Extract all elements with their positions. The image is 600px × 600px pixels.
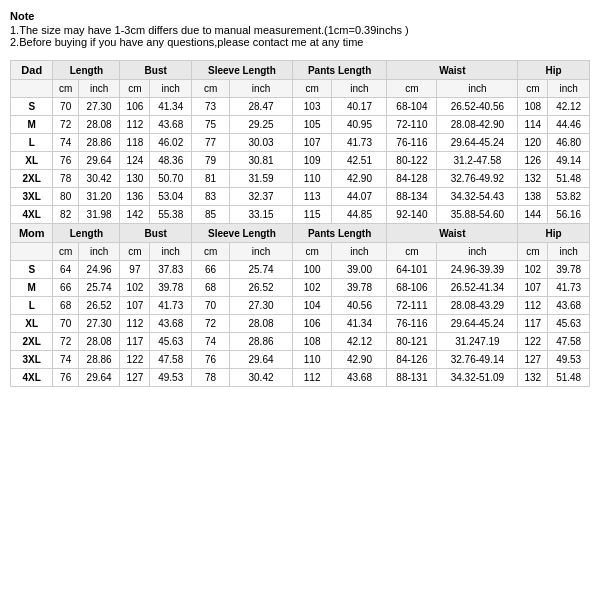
size-cell: 2XL	[11, 333, 53, 351]
size-cell: 2XL	[11, 170, 53, 188]
sub-cm-6: cm	[518, 243, 548, 261]
w-cm: 72-110	[387, 116, 437, 134]
sub-cm-4: cm	[292, 80, 332, 98]
bust-cm: 122	[120, 351, 150, 369]
w-cm: 80-122	[387, 152, 437, 170]
bust-in: 43.68	[150, 315, 192, 333]
bust-cm: 118	[120, 134, 150, 152]
sl-cm: 77	[192, 134, 230, 152]
sub-cm-6: cm	[518, 80, 548, 98]
len-cm: 64	[53, 261, 78, 279]
bust-in: 43.68	[150, 116, 192, 134]
bust-in: 46.02	[150, 134, 192, 152]
sl-in: 29.64	[230, 351, 293, 369]
sl-in: 26.52	[230, 279, 293, 297]
col-sleeve-length: Sleeve Length	[192, 224, 293, 243]
w-cm: 68-106	[387, 279, 437, 297]
table-row: M 66 25.74 102 39.78 68 26.52 102 39.78 …	[11, 279, 590, 297]
col-sleeve-length: Sleeve Length	[192, 61, 293, 80]
sl-cm: 78	[192, 369, 230, 387]
note-line-1: 1.The size may have 1-3cm differs due to…	[10, 24, 590, 36]
hip-cm: 122	[518, 333, 548, 351]
bust-cm: 112	[120, 116, 150, 134]
table-row: 4XL 82 31.98 142 55.38 85 33.15 115 44.8…	[11, 206, 590, 224]
pl-cm: 115	[292, 206, 332, 224]
size-cell: 3XL	[11, 351, 53, 369]
note-title: Note	[10, 10, 590, 22]
size-cell: S	[11, 261, 53, 279]
pl-in: 43.68	[332, 369, 387, 387]
bust-cm: 112	[120, 315, 150, 333]
w-in: 29.64-45.24	[437, 315, 518, 333]
hip-in: 56.16	[548, 206, 590, 224]
table-row: XL 76 29.64 124 48.36 79 30.81 109 42.51…	[11, 152, 590, 170]
sub-in-6: inch	[548, 80, 590, 98]
bust-in: 37.83	[150, 261, 192, 279]
hip-in: 53.82	[548, 188, 590, 206]
sl-in: 30.81	[230, 152, 293, 170]
sub-cm-2: cm	[120, 80, 150, 98]
pl-in: 42.12	[332, 333, 387, 351]
w-in: 26.52-41.34	[437, 279, 518, 297]
bust-cm: 124	[120, 152, 150, 170]
table-row: S 70 27.30 106 41.34 73 28.47 103 40.17 …	[11, 98, 590, 116]
sub-in-4: inch	[332, 243, 387, 261]
sub-cm-2: cm	[120, 243, 150, 261]
hip-in: 39.78	[548, 261, 590, 279]
len-in: 29.64	[78, 152, 120, 170]
sl-in: 29.25	[230, 116, 293, 134]
pl-in: 39.00	[332, 261, 387, 279]
sl-cm: 79	[192, 152, 230, 170]
sl-in: 28.08	[230, 315, 293, 333]
w-in: 31.2-47.58	[437, 152, 518, 170]
hip-cm: 107	[518, 279, 548, 297]
note-section: Note 1.The size may have 1-3cm differs d…	[10, 10, 590, 48]
sub-in-6: inch	[548, 243, 590, 261]
w-cm: 88-131	[387, 369, 437, 387]
section-label: Mom	[11, 224, 53, 243]
pl-cm: 103	[292, 98, 332, 116]
size-cell: S	[11, 98, 53, 116]
sub-in-2: inch	[150, 80, 192, 98]
len-cm: 70	[53, 98, 78, 116]
pl-in: 40.17	[332, 98, 387, 116]
sub-in-4: inch	[332, 80, 387, 98]
sl-in: 32.37	[230, 188, 293, 206]
w-cm: 88-134	[387, 188, 437, 206]
pl-in: 44.85	[332, 206, 387, 224]
w-cm: 80-121	[387, 333, 437, 351]
hip-in: 41.73	[548, 279, 590, 297]
bust-in: 50.70	[150, 170, 192, 188]
sl-cm: 85	[192, 206, 230, 224]
w-cm: 76-116	[387, 134, 437, 152]
len-in: 31.98	[78, 206, 120, 224]
col-bust: Bust	[120, 61, 192, 80]
col-length: Length	[53, 224, 120, 243]
pl-cm: 109	[292, 152, 332, 170]
size-cell: 3XL	[11, 188, 53, 206]
pl-in: 41.34	[332, 315, 387, 333]
w-in: 34.32-51.09	[437, 369, 518, 387]
pl-cm: 110	[292, 170, 332, 188]
bust-in: 39.78	[150, 279, 192, 297]
len-cm: 78	[53, 170, 78, 188]
col-pants-length: Pants Length	[292, 224, 387, 243]
len-cm: 66	[53, 279, 78, 297]
len-in: 30.42	[78, 170, 120, 188]
bust-cm: 130	[120, 170, 150, 188]
note-line-2: 2.Before buying if you have any question…	[10, 36, 590, 48]
sl-in: 33.15	[230, 206, 293, 224]
w-in: 32.76-49.92	[437, 170, 518, 188]
len-in: 29.64	[78, 369, 120, 387]
sl-cm: 83	[192, 188, 230, 206]
hip-in: 46.80	[548, 134, 590, 152]
len-in: 31.20	[78, 188, 120, 206]
bust-in: 41.73	[150, 297, 192, 315]
sl-cm: 76	[192, 351, 230, 369]
hip-in: 51.48	[548, 369, 590, 387]
len-cm: 82	[53, 206, 78, 224]
sub-header-empty	[11, 80, 53, 98]
table-row: 4XL 76 29.64 127 49.53 78 30.42 112 43.6…	[11, 369, 590, 387]
bust-cm: 142	[120, 206, 150, 224]
bust-in: 53.04	[150, 188, 192, 206]
